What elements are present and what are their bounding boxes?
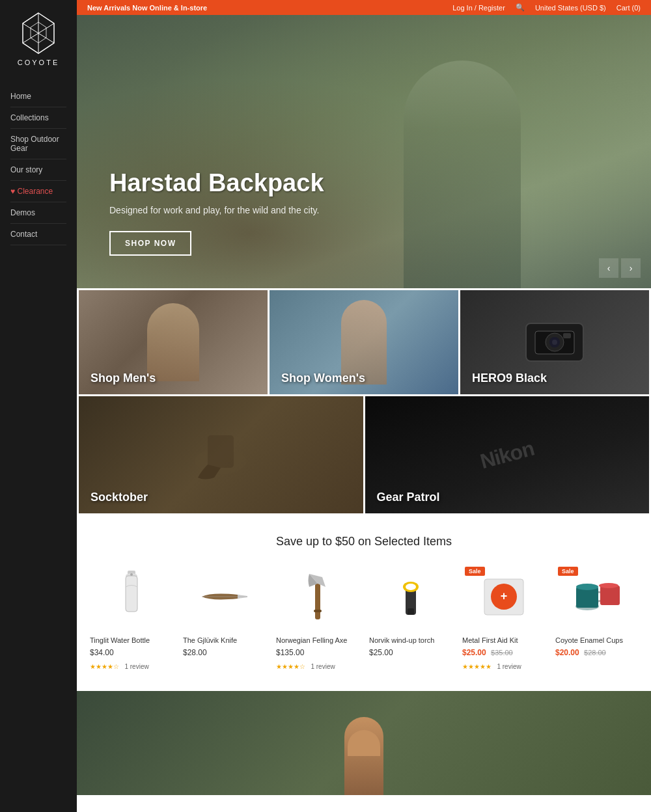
hero-person-decoration xyxy=(404,61,521,288)
sidebar-item-contact[interactable]: Contact xyxy=(10,224,66,245)
nikon-decoration: Nikon xyxy=(477,436,536,473)
svg-rect-17 xyxy=(315,584,320,619)
hero-next-arrow[interactable]: › xyxy=(621,258,641,278)
logo-text: COYOTE xyxy=(18,59,59,66)
main-content: New Arrivals Now Online & In-store Log I… xyxy=(77,0,651,812)
sidebar-item-home[interactable]: Home xyxy=(10,86,66,107)
sidebar-item-demos[interactable]: Demos xyxy=(10,202,66,224)
product-water-bottle-price: $34.00 xyxy=(90,648,173,657)
hero-arrows: ‹ › xyxy=(599,258,641,278)
sidebar-item-clearance[interactable]: ♥ Clearance xyxy=(10,181,66,202)
category-mens[interactable]: Shop Men's xyxy=(79,290,268,394)
hero-banner: Harstad Backpack Designed for work and p… xyxy=(77,15,651,288)
category-gopro[interactable]: HERO9 Black xyxy=(460,290,649,394)
category-gear-label: Gear Patrol xyxy=(365,481,650,513)
login-link[interactable]: Log In / Register xyxy=(452,4,505,12)
category-womens[interactable]: Shop Women's xyxy=(270,290,458,394)
product-first-aid-price: $25.00 $35.00 xyxy=(462,648,545,657)
category-grid-row2: Socktober Nikon Gear Patrol xyxy=(77,396,651,515)
topbar-announcement: New Arrivals Now Online & In-store xyxy=(87,4,207,12)
product-water-bottle-rating: ★★★★☆ 1 review xyxy=(90,660,173,671)
product-water-bottle-image xyxy=(90,564,173,629)
sale-badge-first-aid: Sale xyxy=(465,567,485,576)
shop-now-button[interactable]: SHOP NOW xyxy=(109,231,191,256)
svg-point-15 xyxy=(130,573,133,576)
product-axe-price: $135.00 xyxy=(276,648,359,657)
svg-point-21 xyxy=(406,584,416,590)
product-enamel-cups-name: Coyote Enamel Cups xyxy=(555,636,638,645)
product-first-aid[interactable]: Sale + Metal First Aid Kit $25.00 $35.00… xyxy=(462,564,545,671)
sidebar-item-outdoor-gear[interactable]: Shop Outdoor Gear xyxy=(10,129,66,159)
product-enamel-cups-image: Sale xyxy=(555,564,638,629)
category-mens-label: Shop Men's xyxy=(79,362,268,394)
product-knife[interactable]: The Gjlüvik Knife $28.00 xyxy=(183,564,266,671)
product-axe[interactable]: Norwegian Felling Axe $135.00 ★★★★☆ 1 re… xyxy=(276,564,359,671)
product-enamel-cups-price: $20.00 $28.00 xyxy=(555,648,638,657)
svg-rect-22 xyxy=(408,608,414,615)
sidebar-item-our-story[interactable]: Our story xyxy=(10,159,66,181)
products-section: Save up to $50 on Selected Items Tinglit… xyxy=(77,515,651,691)
svg-rect-11 xyxy=(208,435,234,468)
cart-link[interactable]: Cart (0) xyxy=(616,4,641,12)
product-torch-image xyxy=(369,564,452,629)
hero-title: Harstad Backpack xyxy=(109,169,324,197)
svg-text:+: + xyxy=(500,589,507,602)
footer-person-decoration xyxy=(344,717,383,795)
product-knife-image xyxy=(183,564,266,629)
product-water-bottle[interactable]: Tinglit Water Bottle $34.00 ★★★★☆ 1 revi… xyxy=(90,564,173,671)
topbar: New Arrivals Now Online & In-store Log I… xyxy=(77,0,651,15)
logo-icon xyxy=(19,10,58,56)
product-torch[interactable]: Norvik wind-up torch $25.00 xyxy=(369,564,452,671)
product-axe-rating: ★★★★☆ 1 review xyxy=(276,660,359,671)
product-torch-price: $25.00 xyxy=(369,648,452,657)
hero-subtitle: Designed for work and play, for the wild… xyxy=(109,205,324,215)
product-knife-name: The Gjlüvik Knife xyxy=(183,636,266,645)
sidebar: COYOTE Home Collections Shop Outdoor Gea… xyxy=(0,0,77,812)
footer-hero xyxy=(77,691,651,795)
svg-rect-29 xyxy=(600,586,620,605)
svg-point-30 xyxy=(599,583,618,588)
product-water-bottle-name: Tinglit Water Bottle xyxy=(90,636,173,645)
hero-content: Harstad Backpack Designed for work and p… xyxy=(77,169,357,288)
hero-prev-arrow[interactable]: ‹ xyxy=(599,258,618,278)
sidebar-nav: Home Collections Shop Outdoor Gear Our s… xyxy=(0,73,77,245)
svg-rect-18 xyxy=(314,610,322,612)
category-womens-label: Shop Women's xyxy=(270,362,458,394)
sidebar-item-collections[interactable]: Collections xyxy=(10,107,66,129)
logo-area: COYOTE xyxy=(0,0,77,73)
products-title: Save up to $50 on Selected Items xyxy=(90,535,638,548)
gopro-decoration xyxy=(525,323,584,362)
category-socktober[interactable]: Socktober xyxy=(79,396,363,513)
product-first-aid-name: Metal First Aid Kit xyxy=(462,636,545,645)
topbar-right: Log In / Register 🔍 United States (USD $… xyxy=(452,3,641,12)
product-torch-name: Norvik wind-up torch xyxy=(369,636,452,645)
category-grid-row1: Shop Men's Shop Women's HE xyxy=(77,288,651,396)
products-grid: Tinglit Water Bottle $34.00 ★★★★☆ 1 revi… xyxy=(90,564,638,671)
country-selector[interactable]: United States (USD $) xyxy=(535,4,606,12)
product-first-aid-rating: ★★★★★ 1 review xyxy=(462,660,545,671)
product-axe-name: Norwegian Felling Axe xyxy=(276,636,359,645)
product-enamel-cups[interactable]: Sale Coyote Enamel Cups $20.00 $28.00 xyxy=(555,564,638,671)
search-icon[interactable]: 🔍 xyxy=(516,3,525,12)
svg-rect-9 xyxy=(563,333,571,338)
svg-point-28 xyxy=(576,584,598,590)
category-socktober-label: Socktober xyxy=(79,481,363,513)
sale-badge-cups: Sale xyxy=(558,567,578,576)
product-axe-image xyxy=(276,564,359,629)
product-first-aid-image: Sale + xyxy=(462,564,545,629)
product-knife-price: $28.00 xyxy=(183,648,266,657)
category-gear-patrol[interactable]: Nikon Gear Patrol xyxy=(365,396,650,513)
svg-point-8 xyxy=(552,340,557,345)
category-gopro-label: HERO9 Black xyxy=(460,362,649,394)
svg-rect-14 xyxy=(126,576,137,612)
